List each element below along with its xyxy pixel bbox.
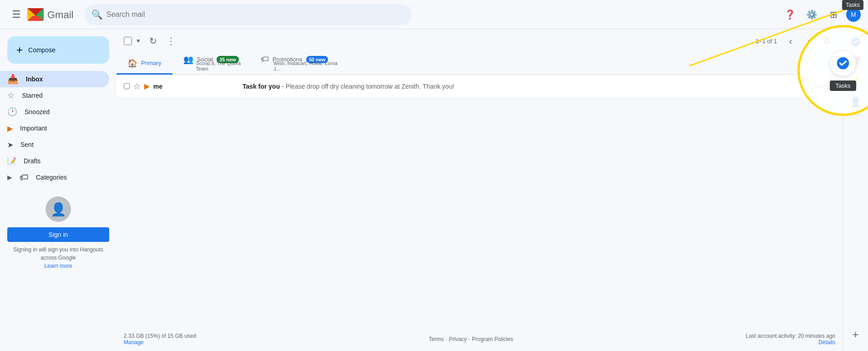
activity-text: Last account activity: 20 minutes ago <box>746 333 835 339</box>
gmail-logo-svg: Gmail <box>27 5 77 24</box>
compose-plus-icon: + <box>16 44 23 56</box>
help-icon[interactable]: ❓ <box>781 5 799 24</box>
select-all-checkbox[interactable] <box>124 37 132 45</box>
email-time: 9:27 PM <box>815 83 835 90</box>
right-panel-divider <box>848 115 863 115</box>
more-options-button[interactable]: ⋮ <box>163 33 179 49</box>
email-subject: Task for you - Please drop off dry clean… <box>242 83 807 90</box>
menu-icon[interactable]: ☰ <box>7 5 25 24</box>
starred-label: Starred <box>22 92 102 99</box>
content-area: ▼ ↻ ⋮ 1–1 of 1 ‹ › ⚙ 🏠 Primary 👥 Social … <box>116 29 843 351</box>
tasks-notification-badge <box>860 34 864 37</box>
sidebar: + Compose 📥 Inbox ☆ Starred 🕐 Snoozed ▶ … <box>0 29 116 351</box>
calendar-panel-icon[interactable]: 📅 <box>847 53 865 71</box>
drafts-label: Drafts <box>24 157 102 165</box>
tab-social[interactable]: 👥 Social 35 new Scoop.it, The Quora Team <box>172 53 250 75</box>
sent-label: Sent <box>20 141 102 148</box>
settings-button[interactable]: ⚙ <box>819 33 835 49</box>
starred-icon: ☆ <box>7 90 15 100</box>
inbox-label: Inbox <box>26 75 102 83</box>
snoozed-icon: 🕐 <box>7 107 17 117</box>
svg-text:Gmail: Gmail <box>47 9 73 20</box>
footer-activity: Last account activity: 20 minutes ago De… <box>746 333 835 346</box>
primary-tab-label: Primary <box>141 60 161 66</box>
hangouts-avatar-icon: 👤 <box>50 202 66 217</box>
topbar-right: ❓ ⚙️ ⊞ M <box>781 5 861 24</box>
categories-icon: 🏷 <box>20 172 29 183</box>
tab-promotions[interactable]: 🏷 Promotions 50 new Wish, Instacart, Hol… <box>250 53 339 75</box>
contacts-panel-icon[interactable]: 👤 <box>847 93 865 111</box>
refresh-button[interactable]: ↻ <box>145 33 161 49</box>
separator-2: · <box>469 336 470 342</box>
gmail-logo: ☰ Gmail <box>7 5 77 24</box>
avatar[interactable]: M <box>846 7 861 22</box>
search-bar[interactable]: 🔍 <box>84 4 412 25</box>
email-subject-text: Task for you <box>242 83 280 90</box>
sidebar-item-important[interactable]: ▶ Important <box>0 120 109 136</box>
table-row[interactable]: ☆ ▶ me Task for you - Please drop off dr… <box>116 75 843 98</box>
learn-more-link[interactable]: Learn more <box>44 263 72 269</box>
tasks-panel-icon[interactable] <box>847 33 865 51</box>
separator-1: · <box>445 336 447 342</box>
sidebar-item-starred[interactable]: ☆ Starred <box>0 87 109 104</box>
tabs-row: 🏠 Primary 👥 Social 35 new Scoop.it, The … <box>116 53 843 75</box>
policies-link[interactable]: Program Policies <box>472 336 513 342</box>
keep-icon: 💡 <box>850 76 861 87</box>
calendar-icon: 📅 <box>850 56 861 67</box>
privacy-link[interactable]: Privacy <box>449 336 467 342</box>
contacts-icon: 👤 <box>850 96 861 107</box>
promotions-tab-senders: Wish, Instacart, Hollar, Lorna J... <box>273 60 339 71</box>
sent-icon: ➤ <box>7 140 13 149</box>
important-marker-icon[interactable]: ▶ <box>144 82 150 90</box>
apps-icon[interactable]: ⊞ <box>824 5 843 24</box>
primary-tab-icon: 🏠 <box>127 58 137 68</box>
important-icon: ▶ <box>7 124 13 133</box>
email-toolbar: ▼ ↻ ⋮ 1–1 of 1 ‹ › ⚙ <box>116 29 843 53</box>
promotions-tab-icon: 🏷 <box>261 55 269 64</box>
search-icon: 🔍 <box>91 9 103 20</box>
email-checkbox[interactable] <box>124 83 130 89</box>
prev-page-button[interactable]: ‹ <box>782 33 799 49</box>
snoozed-label: Snoozed <box>25 108 102 115</box>
email-snippet: - Please drop off dry cleaning tomorrow … <box>282 83 454 90</box>
email-sender: me <box>153 83 235 90</box>
sidebar-item-drafts[interactable]: 📝 Drafts <box>0 153 109 169</box>
sidebar-item-categories[interactable]: ▶ 🏷 Categories <box>0 169 109 186</box>
compose-button[interactable]: + Compose <box>7 36 109 64</box>
footer-manage: Manage <box>124 339 196 346</box>
sidebar-item-snoozed[interactable]: 🕐 Snoozed <box>0 104 109 120</box>
inbox-icon: 📥 <box>7 74 19 85</box>
add-panel-button[interactable]: + <box>847 326 865 344</box>
topbar: ☰ Gmail 🔍 ❓ ⚙️ ⊞ M <box>0 0 868 29</box>
footer: 2.33 GB (15%) of 15 GB used Manage Terms… <box>116 327 843 351</box>
hangouts-avatar: 👤 <box>45 196 71 222</box>
footer-storage: 2.33 GB (15%) of 15 GB used Manage <box>124 333 196 346</box>
terms-link[interactable]: Terms <box>429 336 444 342</box>
right-panel: 📅 💡 👤 + <box>843 29 868 351</box>
details-link[interactable]: Details <box>818 339 835 346</box>
next-page-button[interactable]: › <box>801 33 817 49</box>
manage-link[interactable]: Manage <box>124 339 143 346</box>
select-dropdown-icon[interactable]: ▼ <box>134 33 143 49</box>
keep-panel-icon[interactable]: 💡 <box>847 73 865 91</box>
sign-in-button[interactable]: Sign in <box>7 227 109 242</box>
tasks-check-icon <box>850 36 861 47</box>
hangouts-description: Signing in will sign you into Hangouts a… <box>7 246 109 270</box>
footer-links: Terms · Privacy · Program Policies <box>200 336 742 342</box>
social-tab-icon: 👥 <box>183 55 193 65</box>
categories-expand-icon: ▶ <box>7 174 12 181</box>
sidebar-item-sent[interactable]: ➤ Sent <box>0 136 109 153</box>
email-list: ☆ ▶ me Task for you - Please drop off dr… <box>116 75 843 327</box>
important-label: Important <box>20 125 102 132</box>
pagination-info: 1–1 of 1 <box>756 38 777 45</box>
social-tab-senders: Scoop.it, The Quora Team <box>196 60 250 71</box>
sidebar-item-inbox[interactable]: 📥 Inbox <box>0 71 109 87</box>
categories-label: Categories <box>36 174 67 181</box>
drafts-icon: 📝 <box>7 157 16 165</box>
star-icon[interactable]: ☆ <box>133 81 141 91</box>
tab-primary[interactable]: 🏠 Primary <box>116 53 172 75</box>
search-input[interactable] <box>106 10 404 19</box>
settings-topbar-icon[interactable]: ⚙️ <box>802 5 821 24</box>
add-icon: + <box>852 328 858 341</box>
compose-label: Compose <box>28 46 56 54</box>
